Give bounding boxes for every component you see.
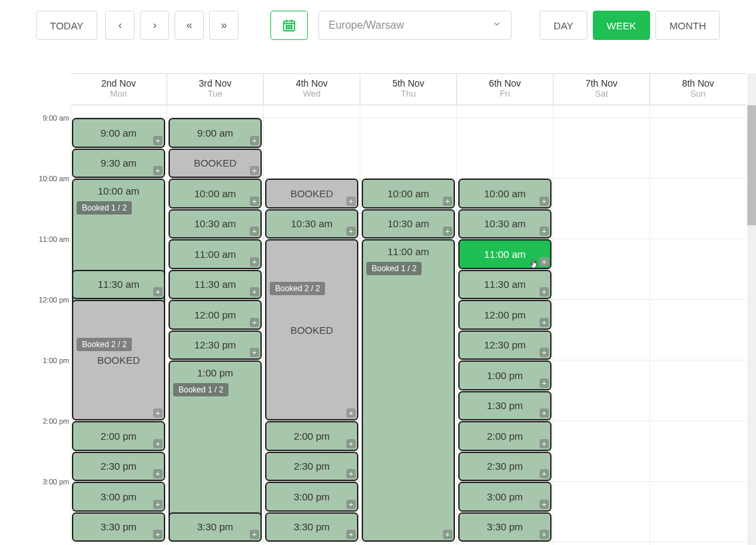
- time-slot-label: 10:00 am: [98, 185, 140, 197]
- time-slot[interactable]: 2:30 pm+: [72, 452, 165, 482]
- time-slot-label: 3:00 pm: [101, 491, 137, 502]
- time-slot[interactable]: 12:00 pm+: [458, 300, 552, 330]
- time-slot[interactable]: 3:30 pm+: [265, 512, 358, 542]
- time-slot[interactable]: 11:00 am+: [169, 239, 262, 269]
- plus-icon: +: [540, 469, 549, 478]
- time-slot[interactable]: 12:00 pm+: [169, 300, 262, 330]
- time-slot[interactable]: 12:30 pm+: [169, 330, 262, 360]
- prev-button[interactable]: ‹: [105, 11, 135, 40]
- time-slot[interactable]: 3:00 pm+: [72, 482, 165, 512]
- plus-icon: +: [153, 500, 163, 509]
- day-column[interactable]: 10:00 am+10:30 am+11:00 am+11:30 am+12:0…: [457, 105, 554, 545]
- view-week-button[interactable]: WEEK: [593, 11, 650, 40]
- today-button[interactable]: TODAY: [36, 11, 97, 40]
- time-slot[interactable]: 11:30 am+: [458, 270, 552, 300]
- time-slot-label: 12:00 pm: [484, 309, 526, 320]
- time-slot-label: 11:00 am: [484, 249, 526, 260]
- time-slot-label: 10:00 am: [484, 188, 526, 199]
- time-slot[interactable]: 11:00 am+: [458, 239, 552, 269]
- time-slot-label: 11:00 am: [388, 246, 430, 257]
- plus-icon: +: [346, 530, 356, 539]
- booked-badge: Booked 1 / 2: [366, 262, 422, 275]
- time-slot[interactable]: 10:00 am+: [362, 179, 455, 209]
- datepicker-button[interactable]: [270, 11, 308, 40]
- time-slot[interactable]: 9:00 am+: [72, 118, 165, 148]
- plus-icon: +: [540, 197, 549, 206]
- day-column[interactable]: BOOKED+10:30 am+BOOKED+Booked 2 / 22:00 …: [264, 105, 360, 545]
- day-column[interactable]: [650, 105, 746, 545]
- plus-icon: +: [153, 166, 163, 175]
- time-slot[interactable]: 11:30 am+: [72, 270, 165, 300]
- time-slot[interactable]: BOOKED+Booked 2 / 2: [72, 300, 165, 420]
- time-slot[interactable]: 3:00 pm+: [265, 482, 358, 512]
- booked-badge: Booked 1 / 2: [77, 201, 132, 215]
- time-slot[interactable]: BOOKED+: [169, 149, 262, 179]
- time-slot-label: 2:00 pm: [101, 430, 137, 442]
- time-slot-label: 1:00 pm: [487, 370, 523, 381]
- time-slot[interactable]: 3:30 pm+: [458, 512, 552, 542]
- time-slot[interactable]: 2:00 pm+: [458, 421, 552, 451]
- time-slot[interactable]: 11:30 am+: [169, 270, 262, 300]
- plus-icon: +: [346, 439, 356, 448]
- time-slot-label: 10:30 am: [388, 218, 430, 229]
- time-slot[interactable]: BOOKED+Booked 2 / 2: [265, 239, 358, 420]
- calendar-grid: 8:00 am9:00 am10:00 am11:00 am12:00 pm1:…: [36, 105, 746, 545]
- day-column[interactable]: 9:00 am+BOOKED+10:00 am+10:30 am+11:00 a…: [167, 105, 264, 545]
- calendar: 2nd NovMon3rd NovTue4th NovWed5th NovThu…: [0, 73, 756, 545]
- time-slot-label: BOOKED: [290, 188, 333, 199]
- time-slot[interactable]: 2:30 pm+: [458, 452, 552, 482]
- plus-icon: +: [540, 287, 549, 296]
- time-slot[interactable]: 10:00 am+: [458, 179, 552, 209]
- plus-icon: +: [153, 469, 163, 478]
- time-slot-label: 9:00 am: [197, 127, 233, 139]
- time-slot[interactable]: 10:00 am+: [169, 179, 262, 209]
- time-slot[interactable]: 9:30 am+: [72, 149, 165, 179]
- day-column[interactable]: 10:00 am+10:30 am+11:00 am+Booked 1 / 2: [360, 105, 457, 545]
- time-slot[interactable]: 2:00 pm+: [72, 421, 165, 451]
- plus-icon: +: [250, 287, 259, 296]
- time-slot[interactable]: 1:00 pm+: [458, 360, 552, 390]
- view-day-button[interactable]: DAY: [540, 11, 587, 40]
- time-slot[interactable]: 12:30 pm+: [458, 330, 552, 360]
- time-slot-label: 11:30 am: [484, 278, 526, 290]
- time-slot[interactable]: 2:30 pm+: [265, 452, 358, 482]
- time-slot-label: 10:30 am: [194, 218, 236, 229]
- timezone-select[interactable]: Europe/Warsaw: [318, 11, 512, 40]
- time-slot[interactable]: 10:30 am+: [169, 209, 262, 239]
- day-column[interactable]: 9:00 am+9:30 am+10:00 am+Booked 1 / 211:…: [71, 105, 167, 545]
- plus-icon: +: [443, 530, 452, 539]
- time-slot[interactable]: 3:30 pm+: [72, 512, 165, 542]
- page: TODAY ‹ › « » Europe/Warsaw DAY WEEK MO: [0, 0, 756, 545]
- plus-icon: +: [250, 227, 259, 236]
- hour-label: 3:00 pm: [36, 478, 69, 486]
- calendar-icon: [282, 18, 296, 33]
- fast-prev-button[interactable]: «: [175, 11, 204, 40]
- time-slot-label: 11:30 am: [98, 278, 140, 290]
- timezone-value: Europe/Warsaw: [328, 19, 404, 31]
- time-slot[interactable]: 11:00 am+Booked 1 / 2: [362, 239, 455, 542]
- time-slot[interactable]: 9:00 am+: [169, 118, 262, 148]
- svg-point-1: [286, 25, 288, 27]
- time-slot-label: 2:00 pm: [487, 430, 523, 442]
- time-slot[interactable]: 3:30 pm+: [169, 512, 262, 542]
- view-month-button[interactable]: MONTH: [655, 11, 720, 40]
- time-slot[interactable]: 3:00 pm+: [458, 482, 552, 512]
- time-slot[interactable]: 10:30 am+: [458, 209, 552, 239]
- time-slot[interactable]: 2:00 pm+: [265, 421, 358, 451]
- plus-icon: +: [346, 227, 356, 236]
- fast-next-button[interactable]: »: [209, 11, 238, 40]
- time-slot-label: 2:00 pm: [294, 430, 330, 442]
- time-slot[interactable]: 10:30 am+: [362, 209, 455, 239]
- scrollbar-track[interactable]: [747, 73, 756, 545]
- time-slot[interactable]: BOOKED+: [265, 179, 358, 209]
- plus-icon: +: [346, 469, 356, 478]
- time-slot-label: 1:00 pm: [197, 367, 233, 378]
- next-button[interactable]: ›: [140, 11, 169, 40]
- time-slot[interactable]: 10:30 am+: [265, 209, 358, 239]
- scrollbar-thumb[interactable]: [747, 105, 756, 225]
- time-slot-label: 10:00 am: [388, 188, 430, 199]
- time-slot[interactable]: 1:30 pm+: [458, 391, 552, 421]
- time-slot-label: 3:30 pm: [487, 521, 523, 532]
- plus-icon: +: [540, 408, 549, 418]
- day-column[interactable]: [554, 105, 650, 545]
